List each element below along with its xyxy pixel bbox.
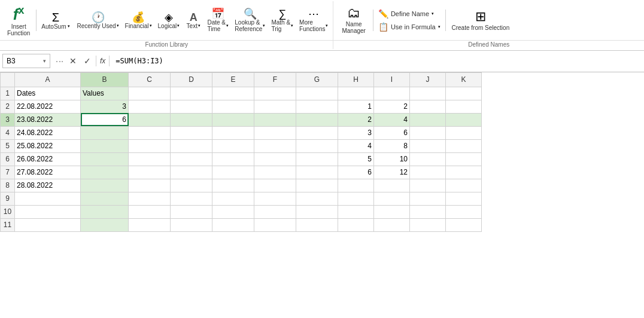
cell-K4[interactable] [446,126,482,139]
cell-K3[interactable] [446,113,482,126]
cell-F1[interactable] [254,87,296,100]
cell-J1[interactable] [410,87,446,100]
cell-J7[interactable] [410,166,446,179]
cell-H8[interactable] [338,179,374,192]
cell-C9[interactable] [129,192,171,205]
cell-E6[interactable] [212,152,254,166]
cell-D8[interactable] [171,179,212,192]
cell-K11[interactable] [446,218,482,231]
cell-G5[interactable] [296,139,338,152]
cell-I2[interactable]: 2 [374,100,410,113]
cell-H5[interactable]: 4 [338,139,374,152]
cell-C6[interactable] [129,152,171,166]
cell-B4[interactable] [81,126,129,139]
cell-A3[interactable]: 23.08.2022 [15,113,81,126]
cell-H9[interactable] [338,192,374,205]
col-header-I[interactable]: I [374,72,410,87]
cell-K10[interactable] [446,205,482,218]
recently-used-button[interactable]: 🕐 Recently Used ▾ [75,11,121,30]
name-box[interactable]: B3 ▾ [2,54,50,68]
col-header-F[interactable]: F [254,72,296,87]
cell-D10[interactable] [171,205,212,218]
cell-B2[interactable]: 3 [81,100,129,113]
cell-J10[interactable] [410,205,446,218]
cell-E4[interactable] [212,126,254,139]
row-header-5[interactable]: 5 [1,139,15,152]
cell-H2[interactable]: 1 [338,100,374,113]
cell-K2[interactable] [446,100,482,113]
cell-H7[interactable]: 6 [338,166,374,179]
cell-K7[interactable] [446,166,482,179]
cell-A5[interactable]: 25.08.2022 [15,139,81,152]
cell-F9[interactable] [254,192,296,205]
cell-A9[interactable] [15,192,81,205]
cell-D1[interactable] [171,87,212,100]
cell-F3[interactable] [254,113,296,126]
cell-B9[interactable] [81,192,129,205]
col-header-E[interactable]: E [212,72,254,87]
cell-I7[interactable]: 12 [374,166,410,179]
cell-B7[interactable] [81,166,129,179]
cell-A8[interactable]: 28.08.2022 [15,179,81,192]
cell-I1[interactable] [374,87,410,100]
row-header-11[interactable]: 11 [1,218,15,231]
cell-J4[interactable] [410,126,446,139]
cell-E2[interactable] [212,100,254,113]
cell-C5[interactable] [129,139,171,152]
insert-function-button[interactable]: fx InsertFunction [2,2,35,39]
math-trig-button[interactable]: ∑ Math &Trig ▾ [269,7,296,33]
cell-D6[interactable] [171,152,212,166]
cell-C8[interactable] [129,179,171,192]
cell-E9[interactable] [212,192,254,205]
row-header-10[interactable]: 10 [1,205,15,218]
row-header-1[interactable]: 1 [1,87,15,100]
row-header-9[interactable]: 9 [1,192,15,205]
cell-J5[interactable] [410,139,446,152]
cell-G2[interactable] [296,100,338,113]
cell-H1[interactable] [338,87,374,100]
cell-G6[interactable] [296,152,338,166]
row-header-2[interactable]: 2 [1,100,15,113]
cell-J11[interactable] [410,218,446,231]
text-button[interactable]: A Text ▾ [183,11,203,30]
col-header-A[interactable]: A [15,72,81,87]
formula-confirm-button[interactable]: ✓ [81,55,93,67]
cell-F5[interactable] [254,139,296,152]
cell-K1[interactable] [446,87,482,100]
cell-I4[interactable]: 6 [374,126,410,139]
row-header-8[interactable]: 8 [1,179,15,192]
row-header-7[interactable]: 7 [1,166,15,179]
cell-I11[interactable] [374,218,410,231]
cell-A4[interactable]: 24.08.2022 [15,126,81,139]
cell-B3[interactable]: 6 [81,113,129,126]
col-header-K[interactable]: K [446,72,482,87]
cell-I3[interactable]: 4 [374,113,410,126]
date-time-button[interactable]: 📅 Date &Time ▾ [205,7,231,33]
cell-J2[interactable] [410,100,446,113]
financial-button[interactable]: 💰 Financial ▾ [123,11,154,30]
col-header-G[interactable]: G [296,72,338,87]
col-header-C[interactable]: C [129,72,171,87]
cell-F6[interactable] [254,152,296,166]
cell-C11[interactable] [129,218,171,231]
name-manager-button[interactable]: 🗂 NameManager [337,2,370,39]
define-name-button[interactable]: ✏️ Define Name ▾ [376,8,443,20]
more-functions-button[interactable]: ⋯ MoreFunctions ▾ [297,7,330,33]
cell-C3[interactable] [129,113,171,126]
formula-fx-button[interactable]: fx [96,56,110,66]
cell-D2[interactable] [171,100,212,113]
cell-A11[interactable] [15,218,81,231]
row-header-4[interactable]: 4 [1,126,15,139]
cell-H3[interactable]: 2 [338,113,374,126]
cell-A10[interactable] [15,205,81,218]
col-header-H[interactable]: H [338,72,374,87]
cell-I10[interactable] [374,205,410,218]
cell-K6[interactable] [446,152,482,166]
cell-B8[interactable] [81,179,129,192]
cell-F10[interactable] [254,205,296,218]
formula-cancel-button[interactable]: ✕ [67,55,79,67]
cell-B6[interactable] [81,152,129,166]
cell-K5[interactable] [446,139,482,152]
cell-D9[interactable] [171,192,212,205]
create-from-selection-button[interactable]: ⊞ Create from Selection [448,8,514,33]
